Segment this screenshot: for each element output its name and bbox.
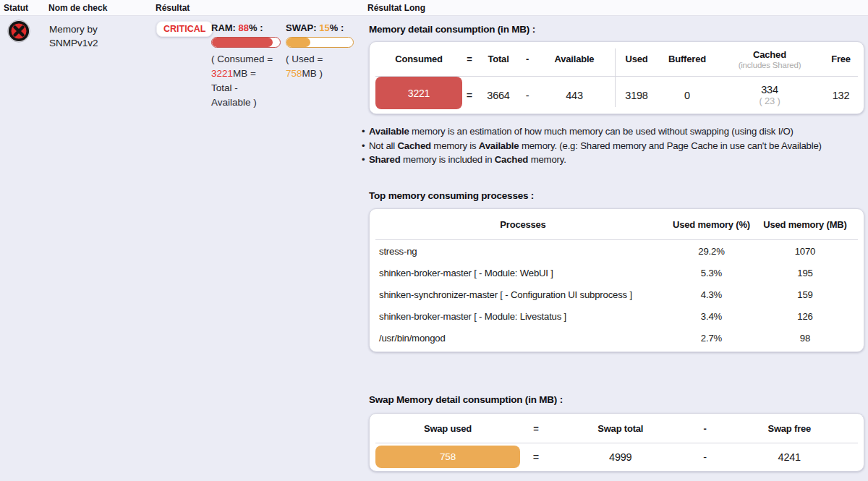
- ram-consumed-value: 3221: [211, 68, 233, 79]
- swap-caption-line2-rest: MB ): [302, 68, 323, 79]
- process-name: shinken-broker-master [ - Module: Livest…: [375, 311, 671, 322]
- memory-header-eq: =: [462, 42, 477, 76]
- process-row: shinken-broker-master [ - Module: Livest…: [375, 305, 858, 327]
- memory-row-total: 3664: [477, 77, 520, 114]
- swap-caption: ( Used = 758MB ): [286, 52, 354, 81]
- process-name: shinken-broker-master [ - Module: WebUI …: [375, 268, 671, 278]
- swap-row-eq: =: [520, 443, 552, 470]
- processes-table-header-row: Processes Used memory (%) Used memory (M…: [375, 209, 858, 240]
- swap-table-header-row: Swap used = Swap total - Swap free: [375, 414, 858, 443]
- process-used-pct: 2.7%: [671, 333, 752, 344]
- ram-caption-line4: Available ): [211, 95, 281, 110]
- swap-caption-line2: 758MB ): [286, 67, 354, 81]
- memory-notes-list: Available memory is an estimation of how…: [369, 124, 868, 167]
- swap-caption-line1: ( Used =: [286, 52, 354, 67]
- process-name: stress-ng: [375, 246, 671, 257]
- ram-percent-value: 88: [239, 22, 249, 33]
- check-name: Memory by SNMPv1v2: [49, 22, 139, 50]
- memory-row-used: 3198: [614, 77, 659, 114]
- swap-progress-fill: [286, 38, 310, 47]
- swap-header-used: Swap used: [375, 414, 520, 443]
- swap-used-cell: 758: [375, 446, 520, 468]
- memory-header-minus: -: [520, 42, 535, 76]
- memory-row-minus: -: [520, 77, 535, 114]
- processes-table-title: Top memory consuming processes :: [369, 190, 534, 202]
- column-header-statut: Statut: [4, 3, 28, 13]
- status-badge[interactable]: CRITICAL: [156, 21, 213, 37]
- process-used-mb: 126: [752, 311, 858, 322]
- process-name: shinken-synchronizer-master [ - Configur…: [375, 289, 671, 300]
- memory-row-eq: =: [462, 77, 477, 114]
- process-used-mb: 195: [752, 268, 858, 278]
- memory-header-consumed: Consumed: [375, 42, 462, 76]
- swap-gauge-label: SWAP: 15% :: [286, 22, 354, 34]
- process-row: stress-ng 29.2% 1070: [375, 240, 858, 262]
- ram-percent-suffix: % :: [249, 22, 263, 33]
- ram-label: RAM:: [211, 22, 236, 33]
- swap-progress-bar: [286, 37, 354, 48]
- ram-progress-fill: [212, 38, 273, 47]
- memory-header-buffered: Buffered: [659, 42, 715, 76]
- process-row: shinken-broker-master [ - Module: WebUI …: [375, 262, 858, 284]
- column-header-resultat: Résultat: [156, 3, 190, 13]
- swap-percent-suffix: % :: [330, 22, 344, 33]
- ram-gauge-label: RAM: 88% :: [211, 22, 281, 34]
- processes-header-mb: Used memory (MB): [752, 219, 858, 230]
- ram-caption-line2: 3221MB =: [211, 67, 281, 81]
- ram-caption-line1: ( Consumed =: [211, 52, 281, 67]
- swap-used-value: 758: [286, 68, 302, 79]
- note-shared: Shared memory is included in Cached memo…: [369, 153, 868, 167]
- memory-row-buffered: 0: [659, 77, 715, 114]
- note-available: Available memory is an estimation of how…: [369, 124, 868, 139]
- swap-detail-card: Swap used = Swap total - Swap free 758 =…: [369, 413, 864, 472]
- critical-circle-x-icon[interactable]: [7, 19, 31, 43]
- processes-header-name: Processes: [375, 219, 671, 230]
- result-long-column: Memory detail consumption (in MB) : Cons…: [369, 0, 868, 481]
- swap-header-free: Swap free: [721, 414, 859, 443]
- process-used-pct: 4.3%: [671, 289, 752, 300]
- swap-header-eq: =: [520, 414, 552, 443]
- memory-header-cached-main: Cached: [753, 49, 786, 60]
- memory-consumed-cell: 3221: [375, 77, 462, 109]
- ram-gauge: RAM: 88% : ( Consumed = 3221MB = Total -…: [211, 22, 281, 110]
- memory-table-data-row: 3221 = 3664 - 443 3198 0 334 ( 23 ) 132: [375, 77, 858, 114]
- swap-percent-value: 15: [319, 22, 329, 33]
- memory-header-cached-sub: (includes Shared): [739, 61, 801, 69]
- check-result-page: Statut Nom de check Résultat Résultat Lo…: [0, 0, 868, 481]
- processes-card: Processes Used memory (%) Used memory (M…: [369, 208, 864, 352]
- memory-header-available: Available: [535, 42, 614, 76]
- swap-header-minus: -: [689, 414, 721, 443]
- memory-table-header-row: Consumed = Total - Available Used Buffer…: [375, 42, 858, 77]
- swap-label: SWAP:: [286, 22, 317, 33]
- ram-caption: ( Consumed = 3221MB = Total - Available …: [211, 52, 281, 110]
- memory-header-cached: Cached (includes Shared): [715, 42, 824, 76]
- swap-header-total: Swap total: [552, 414, 689, 443]
- process-row: /usr/bin/mongod 2.7% 98: [375, 327, 858, 349]
- processes-rows: stress-ng 29.2% 1070 shinken-broker-mast…: [375, 240, 858, 349]
- memory-consumed-cell-wrap: 3221: [375, 77, 462, 114]
- process-name: /usr/bin/mongod: [375, 333, 671, 344]
- column-header-nom-de-check: Nom de check: [48, 3, 107, 13]
- memory-row-free: 132: [824, 77, 858, 114]
- note-cached: Not all Cached memory is Available memor…: [369, 139, 868, 153]
- memory-detail-card: Consumed = Total - Available Used Buffer…: [369, 41, 864, 114]
- memory-table-title: Memory detail consumption (in MB) :: [369, 24, 535, 35]
- memory-row-available: 443: [535, 77, 614, 114]
- process-row: shinken-synchronizer-master [ - Configur…: [375, 284, 858, 305]
- memory-row-cached: 334 ( 23 ): [715, 77, 824, 114]
- process-used-mb: 98: [752, 333, 858, 344]
- swap-table-title: Swap Memory detail consumption (in MB) :: [369, 394, 563, 406]
- process-used-mb: 1070: [752, 246, 858, 257]
- ram-progress-bar: [211, 37, 281, 48]
- swap-row-minus: -: [689, 443, 721, 470]
- swap-row-total: 4999: [552, 443, 689, 470]
- process-used-pct: 5.3%: [671, 268, 752, 278]
- memory-row-cached-main: 334: [761, 84, 778, 95]
- memory-header-free: Free: [824, 42, 858, 76]
- memory-row-cached-sub: ( 23 ): [759, 95, 780, 106]
- memory-header-total: Total: [477, 42, 520, 76]
- process-used-mb: 159: [752, 289, 858, 300]
- swap-row-free: 4241: [721, 443, 859, 470]
- process-used-pct: 29.2%: [671, 246, 752, 257]
- swap-used-cell-wrap: 758: [375, 443, 520, 470]
